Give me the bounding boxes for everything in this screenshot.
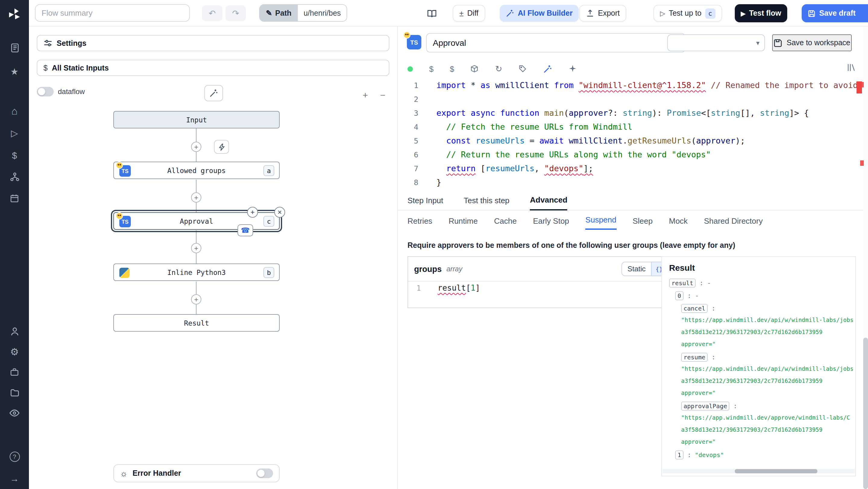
- test-up-to-step-badge: c: [705, 8, 715, 19]
- page-scrollbar-thumb[interactable]: [863, 338, 868, 489]
- flow-node-input[interactable]: Input: [113, 111, 280, 128]
- resources-button[interactable]: $: [450, 64, 454, 73]
- flow-node-result[interactable]: Result: [113, 314, 280, 332]
- redo-button[interactable]: ↷: [225, 5, 246, 21]
- gear-icon: ⚙: [10, 346, 19, 357]
- tab-shared-directory[interactable]: Shared Directory: [704, 216, 763, 230]
- reload-button[interactable]: ↻: [495, 64, 502, 73]
- add-step-button-1[interactable]: +: [191, 142, 201, 152]
- error-handler-row[interactable]: ☼ Error Handler: [113, 464, 280, 482]
- path-button[interactable]: ✎Path u/henri/bes: [259, 4, 347, 22]
- test-flow-button[interactable]: ▶ Test flow: [735, 4, 787, 22]
- dataflow-toggle[interactable]: [37, 87, 54, 96]
- flow-node-approval[interactable]: TS Approval c + × ☎: [113, 212, 280, 230]
- plus-icon: +: [194, 194, 198, 201]
- save-draft-button[interactable]: Save draft: [802, 4, 868, 22]
- groups-type-label: array: [447, 265, 462, 273]
- tab-early-stop[interactable]: Early Stop: [533, 216, 569, 230]
- all-static-inputs-button[interactable]: $ All Static Inputs: [37, 60, 390, 76]
- tab-step-input[interactable]: Step Input: [407, 196, 443, 210]
- step-tabs: Step Input Test this step Advanced: [398, 192, 863, 210]
- zoom-out-button[interactable]: −: [376, 88, 390, 101]
- plus-icon: +: [194, 296, 198, 303]
- groups-expr: result[1]: [438, 283, 480, 293]
- node-label: Input: [114, 116, 279, 124]
- sidebar-item-workers[interactable]: [0, 363, 29, 381]
- zoom-in-button[interactable]: +: [359, 88, 372, 101]
- move-step-button[interactable]: +: [247, 207, 258, 218]
- minus-icon: −: [380, 90, 385, 100]
- node-label: Allowed groups: [114, 166, 279, 175]
- sidebar-item-schedules[interactable]: [0, 189, 29, 207]
- step-title-input[interactable]: [426, 33, 685, 53]
- tab-test-this-step[interactable]: Test this step: [464, 196, 510, 210]
- library-toggle-button[interactable]: [846, 63, 856, 75]
- result-hscrollbar-thumb[interactable]: [735, 469, 817, 473]
- tab-sleep[interactable]: Sleep: [632, 216, 653, 230]
- dataflow-label: dataflow: [58, 87, 85, 96]
- package-button[interactable]: [470, 64, 479, 73]
- save-to-workspace-button[interactable]: Save to workspace: [772, 34, 851, 51]
- node-id-badge: c: [264, 216, 274, 227]
- flow-node-allowed-groups[interactable]: TS Allowed groups a: [113, 161, 280, 179]
- lightning-icon: [218, 143, 225, 150]
- tag-icon: [518, 64, 527, 73]
- code-editor[interactable]: 12345678 import * as wmillClient from "w…: [398, 79, 863, 192]
- flow-node-inline-python3[interactable]: Inline Python3 b: [113, 264, 280, 281]
- flow-summary-input[interactable]: [35, 4, 190, 22]
- ai-flow-builder-button[interactable]: AI Flow Builder: [500, 5, 579, 22]
- ai-spark-button[interactable]: [568, 64, 577, 73]
- add-trigger-button[interactable]: [214, 140, 229, 154]
- test-up-to-button[interactable]: ▷ Test up to c: [653, 5, 722, 22]
- flow-settings-button[interactable]: Settings: [37, 35, 390, 51]
- diff-button[interactable]: ±Diff: [453, 5, 485, 22]
- node-label: Inline Python3: [114, 268, 279, 276]
- template-select[interactable]: ▾: [667, 34, 765, 51]
- groups-line-number: 1: [416, 284, 421, 293]
- sidebar-item-runs-play[interactable]: ▷: [0, 124, 29, 142]
- export-button[interactable]: Export: [579, 5, 626, 22]
- user-icon: [9, 326, 20, 336]
- tab-cache[interactable]: Cache: [494, 216, 517, 230]
- test-flow-label: Test flow: [749, 9, 781, 18]
- delete-step-button[interactable]: ×: [274, 207, 285, 218]
- ai-wand-button[interactable]: [204, 85, 223, 101]
- tab-mock[interactable]: Mock: [669, 216, 688, 230]
- docs-button[interactable]: [423, 5, 441, 21]
- add-step-button-3[interactable]: +: [191, 243, 201, 253]
- sidebar-item-favorites[interactable]: ★: [0, 63, 29, 81]
- plus-circle-icon: +: [250, 208, 255, 216]
- windmill-logo[interactable]: [0, 5, 29, 24]
- sidebar-item-home[interactable]: ⌂: [0, 102, 29, 121]
- sidebar-item-help[interactable]: ?: [0, 448, 29, 465]
- sidebar-item-runs[interactable]: [0, 39, 29, 57]
- ai-assistant-button[interactable]: [543, 64, 552, 73]
- sidebar-item-variables[interactable]: $: [0, 146, 29, 164]
- undo-button[interactable]: ↶: [202, 5, 222, 21]
- sidebar-item-folders[interactable]: [0, 384, 29, 402]
- tab-runtime[interactable]: Runtime: [448, 216, 478, 230]
- sidebar-collapse[interactable]: →: [0, 469, 29, 487]
- sidebar-item-settings[interactable]: ⚙: [0, 342, 29, 361]
- format-button[interactable]: [518, 64, 527, 73]
- dollar-icon: $: [43, 64, 48, 72]
- tab-suspend[interactable]: Suspend: [585, 215, 616, 230]
- code-lines: import * as wmillClient from "windmill-c…: [436, 79, 863, 189]
- add-step-button-4[interactable]: +: [191, 294, 201, 305]
- error-handler-toggle[interactable]: [256, 468, 273, 478]
- sidebar-item-users[interactable]: [0, 322, 29, 340]
- editor-toolbar: $ $ ↻: [407, 63, 577, 75]
- add-step-button-2[interactable]: +: [191, 192, 201, 203]
- status-green-icon: [407, 66, 413, 71]
- sidebar-item-resources[interactable]: [0, 167, 29, 186]
- tab-retries[interactable]: Retries: [407, 216, 432, 230]
- export-label: Export: [598, 9, 620, 18]
- tab-advanced[interactable]: Advanced: [530, 195, 567, 210]
- node-label: Result: [114, 319, 279, 327]
- variables-button[interactable]: $: [429, 64, 433, 73]
- static-expression-toggle[interactable]: Static {}: [621, 262, 667, 276]
- static-label: Static: [622, 262, 651, 276]
- export-icon: [586, 9, 594, 18]
- sidebar-item-audit[interactable]: [0, 404, 29, 422]
- sparkles-icon: [568, 64, 577, 73]
